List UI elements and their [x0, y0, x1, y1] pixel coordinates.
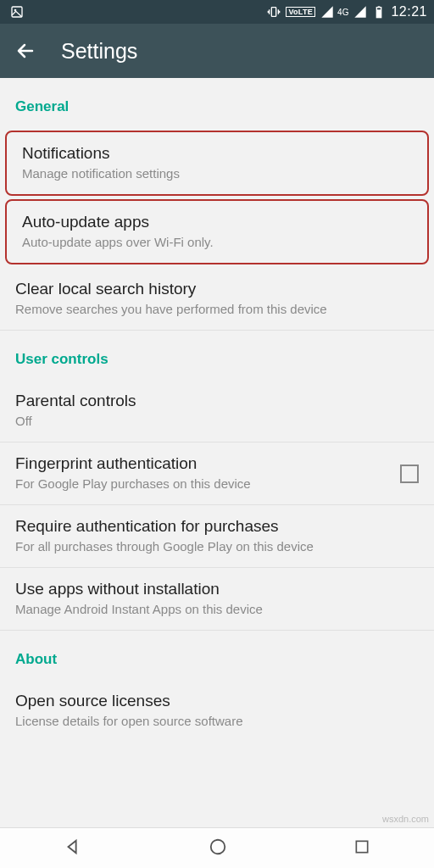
- section-header-general: General: [0, 78, 434, 127]
- svg-point-6: [211, 839, 225, 854]
- item-subtitle: License details for open source software: [15, 714, 419, 728]
- navigation-bar: [0, 827, 434, 868]
- settings-item-notifications[interactable]: Notifications Manage notification settin…: [5, 131, 429, 196]
- item-title: Open source licenses: [15, 692, 419, 710]
- svg-rect-5: [377, 9, 381, 17]
- fingerprint-checkbox[interactable]: [400, 465, 419, 483]
- section-header-about: About: [0, 631, 434, 680]
- page-title: Settings: [61, 39, 137, 64]
- settings-item-parental-controls[interactable]: Parental controls Off: [0, 380, 434, 442]
- item-title: Clear local search history: [15, 280, 419, 298]
- section-header-user-controls: User controls: [0, 331, 434, 380]
- item-title: Fingerprint authentication: [15, 454, 390, 473]
- status-clock: 12:21: [391, 4, 427, 19]
- image-notification-icon: [10, 5, 24, 19]
- vibrate-icon: [267, 5, 281, 19]
- item-subtitle: Off: [15, 414, 419, 428]
- item-title: Parental controls: [15, 392, 419, 410]
- settings-item-clear-history[interactable]: Clear local search history Remove search…: [0, 268, 434, 331]
- watermark: wsxdn.com: [382, 814, 429, 824]
- item-subtitle: For Google Play purchases on this device: [15, 476, 390, 491]
- settings-item-require-auth[interactable]: Require authentication for purchases For…: [0, 505, 434, 568]
- item-title: Notifications: [22, 144, 412, 163]
- item-title: Use apps without installation: [15, 580, 419, 598]
- network-label: 4G: [337, 8, 348, 17]
- battery-icon: [372, 5, 386, 19]
- item-subtitle: Manage notification settings: [22, 166, 412, 181]
- svg-rect-4: [378, 6, 381, 7]
- settings-list: General Notifications Manage notificatio…: [0, 78, 434, 742]
- item-subtitle: Manage Android Instant Apps on this devi…: [15, 602, 419, 616]
- signal-icon-2: [353, 5, 367, 19]
- svg-rect-7: [357, 841, 368, 852]
- back-arrow-icon[interactable]: [15, 41, 36, 61]
- app-bar: Settings: [0, 24, 434, 78]
- item-title: Auto-update apps: [22, 213, 412, 231]
- svg-rect-2: [272, 8, 276, 17]
- settings-item-oss-licenses[interactable]: Open source licenses License details for…: [0, 680, 434, 742]
- nav-recents-button[interactable]: [353, 838, 370, 859]
- settings-item-instant-apps[interactable]: Use apps without installation Manage And…: [0, 568, 434, 631]
- item-subtitle: Remove searches you have performed from …: [15, 302, 419, 316]
- nav-home-button[interactable]: [209, 837, 227, 860]
- signal-icon: [320, 5, 334, 19]
- item-subtitle: Auto-update apps over Wi-Fi only.: [22, 235, 412, 249]
- settings-item-fingerprint[interactable]: Fingerprint authentication For Google Pl…: [0, 442, 434, 505]
- item-subtitle: For all purchases through Google Play on…: [15, 539, 419, 554]
- status-bar: VoLTE 4G 12:21: [0, 0, 434, 24]
- settings-item-auto-update[interactable]: Auto-update apps Auto-update apps over W…: [5, 199, 429, 264]
- item-title: Require authentication for purchases: [15, 517, 419, 536]
- nav-back-button[interactable]: [64, 837, 82, 860]
- volte-badge: VoLTE: [286, 7, 315, 17]
